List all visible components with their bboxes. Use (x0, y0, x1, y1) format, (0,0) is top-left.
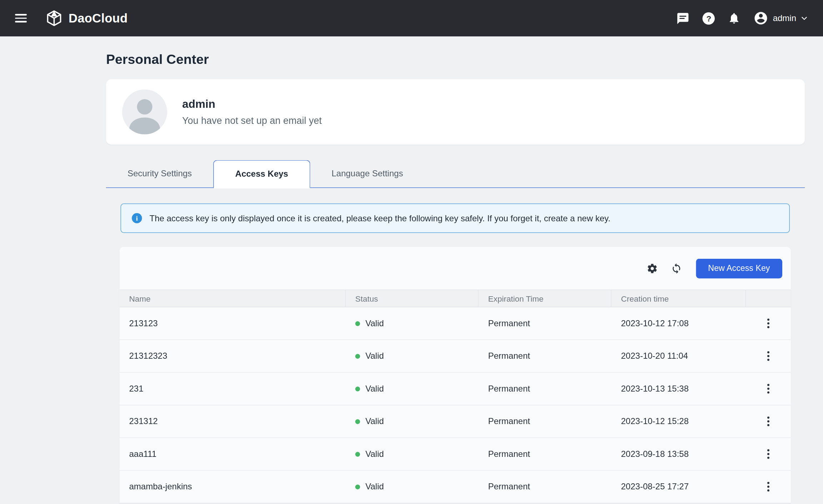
status-dot (355, 419, 360, 424)
key-status: Valid (346, 351, 479, 361)
navbar-right: ? admin (677, 11, 808, 26)
user-menu[interactable]: admin (754, 11, 808, 26)
profile-texts: admin You have not set up an email yet (182, 97, 322, 126)
row-actions-kebab-button[interactable] (763, 379, 774, 398)
status-label: Valid (365, 482, 384, 492)
tab-access-keys[interactable]: Access Keys (213, 160, 310, 188)
status-label: Valid (365, 351, 384, 361)
table-row: amamba-jenkins Valid Permanent 2023-08-2… (120, 471, 791, 504)
key-name: 231312 (120, 417, 346, 426)
status-label: Valid (365, 319, 384, 328)
help-icon: ? (703, 12, 715, 25)
key-name: 21312323 (120, 351, 346, 361)
row-actions-kebab-button[interactable] (763, 314, 774, 333)
key-expiration: Permanent (479, 384, 612, 394)
page-title: Personal Center (106, 50, 805, 67)
key-name: amamba-jenkins (120, 482, 346, 492)
header-created: Creation time (612, 290, 746, 307)
daocloud-cube-icon (45, 9, 63, 27)
status-dot (355, 484, 360, 489)
top-navbar: DaoCloud ? (0, 0, 823, 36)
key-created: 2023-10-12 17:08 (612, 319, 746, 328)
key-created: 2023-09-18 13:58 (612, 449, 746, 459)
alert-text: The access key is only displayed once it… (150, 213, 610, 223)
key-status: Valid (346, 384, 479, 394)
bell-icon (728, 12, 741, 25)
refresh-icon (670, 263, 682, 274)
access-key-info-alert: i The access key is only displayed once … (121, 203, 790, 233)
key-name: 231 (120, 384, 346, 394)
key-expiration: Permanent (479, 351, 612, 361)
access-keys-table: Name Status Expiration Time Creation tim… (120, 290, 791, 504)
chat-icon (677, 11, 690, 25)
table-row: 21312323 Valid Permanent 2023-10-20 11:0… (120, 340, 791, 373)
row-actions-kebab-button[interactable] (763, 347, 774, 365)
key-name: 213123 (120, 319, 346, 328)
key-expiration: Permanent (479, 417, 612, 426)
hamburger-menu-icon[interactable] (15, 14, 27, 22)
header-actions (746, 290, 791, 307)
status-dot (355, 452, 360, 457)
tab-language-settings[interactable]: Language Settings (310, 159, 424, 188)
header-name: Name (120, 290, 346, 307)
profile-email-notice: You have not set up an email yet (182, 115, 322, 127)
main-content: Personal Center admin You have not set u… (106, 36, 805, 503)
table-header-row: Name Status Expiration Time Creation tim… (120, 290, 791, 308)
table-row: 231312 Valid Permanent 2023-10-12 15:28 (120, 405, 791, 438)
app-root: DaoCloud ? (0, 0, 823, 504)
status-label: Valid (365, 417, 384, 426)
key-status: Valid (346, 482, 479, 492)
key-expiration: Permanent (479, 319, 612, 328)
table-settings-button[interactable] (647, 263, 658, 274)
key-expiration: Permanent (479, 449, 612, 459)
info-icon: i (132, 213, 142, 223)
status-label: Valid (365, 449, 384, 459)
key-name: aaa111 (120, 449, 346, 459)
username-label: admin (773, 14, 796, 23)
refresh-button[interactable] (670, 263, 682, 274)
new-access-key-button[interactable]: New Access Key (696, 258, 782, 278)
header-status: Status (346, 290, 479, 307)
status-dot (355, 386, 360, 391)
key-created: 2023-08-25 17:27 (612, 482, 746, 492)
chevron-down-icon (800, 15, 808, 22)
profile-name: admin (182, 97, 322, 110)
key-created: 2023-10-12 15:28 (612, 417, 746, 426)
status-label: Valid (365, 384, 384, 394)
profile-avatar (122, 90, 167, 135)
notifications-button[interactable] (728, 12, 741, 25)
messages-button[interactable] (677, 11, 690, 25)
key-created: 2023-10-13 15:38 (612, 384, 746, 394)
avatar-icon (754, 11, 769, 26)
table-row: 231 Valid Permanent 2023-10-13 15:38 (120, 373, 791, 405)
row-actions-kebab-button[interactable] (763, 412, 774, 430)
status-dot (355, 354, 360, 359)
status-dot (355, 321, 360, 326)
table-toolbar: New Access Key (120, 247, 791, 290)
key-created: 2023-10-20 11:04 (612, 351, 746, 361)
table-row: aaa111 Valid Permanent 2023-09-18 13:58 (120, 438, 791, 471)
row-actions-kebab-button[interactable] (763, 477, 774, 496)
key-status: Valid (346, 319, 479, 328)
help-button[interactable]: ? (703, 12, 715, 25)
key-expiration: Permanent (479, 482, 612, 492)
brand-logo[interactable]: DaoCloud (45, 9, 128, 27)
row-actions-kebab-button[interactable] (763, 445, 774, 463)
key-status: Valid (346, 417, 479, 426)
header-expiration: Expiration Time (479, 290, 612, 307)
access-keys-card: New Access Key Name Status Expiration Ti… (120, 247, 791, 504)
gear-icon (647, 263, 658, 274)
brand-name: DaoCloud (69, 11, 128, 26)
key-status: Valid (346, 449, 479, 459)
tab-security-settings[interactable]: Security Settings (106, 159, 213, 188)
profile-card: admin You have not set up an email yet (106, 79, 805, 145)
settings-tabs: Security Settings Access Keys Language S… (106, 159, 805, 188)
table-row: 213123 Valid Permanent 2023-10-12 17:08 (120, 307, 791, 340)
